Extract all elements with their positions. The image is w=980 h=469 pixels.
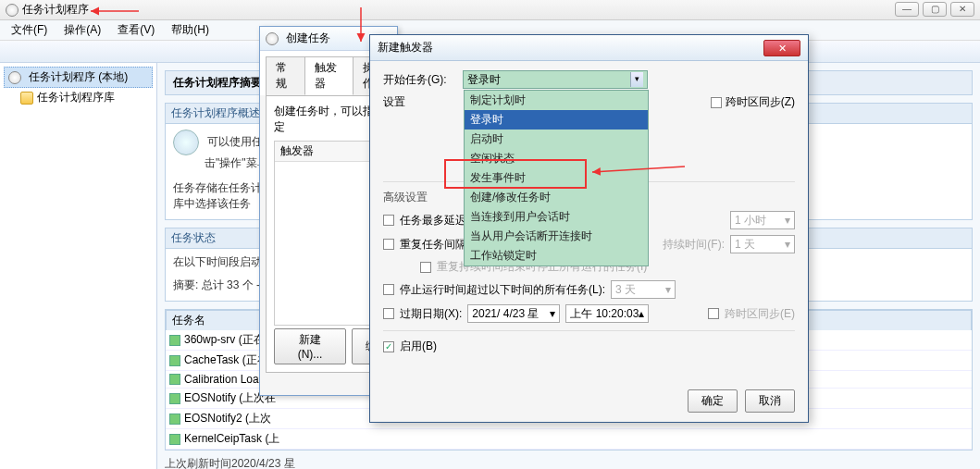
checkbox-icon[interactable] bbox=[383, 284, 394, 295]
start-task-label: 开始任务(G): bbox=[383, 72, 457, 88]
menu-file[interactable]: 文件(F) bbox=[4, 20, 55, 40]
menu-view[interactable]: 查看(V) bbox=[110, 20, 162, 40]
chevron-down-icon: ▾ bbox=[785, 214, 790, 227]
dropdown-item[interactable]: 登录时 bbox=[465, 110, 648, 130]
clock-icon bbox=[266, 32, 279, 45]
dropdown-item[interactable]: 空闲状态 bbox=[465, 149, 648, 168]
dialog-close-button[interactable]: ✕ bbox=[763, 40, 800, 56]
clock-icon bbox=[173, 130, 199, 155]
triggers-groupbox-header: 触发器 bbox=[275, 142, 382, 162]
dropdown-item[interactable]: 工作站锁定时 bbox=[465, 246, 648, 265]
clock-icon bbox=[8, 71, 21, 84]
enable-label: 启用(B) bbox=[400, 339, 437, 354]
delay-combo[interactable]: 1 小时▾ bbox=[730, 211, 795, 229]
checkbox-icon[interactable] bbox=[708, 308, 719, 319]
overview-text4: 库中选择该任务 bbox=[173, 197, 251, 210]
chevron-down-icon: ▾ bbox=[785, 238, 790, 251]
create-task-title: 创建任务 bbox=[286, 31, 330, 46]
expire-date-input[interactable]: 2021/ 4/23 星▾ bbox=[467, 304, 560, 323]
cancel-button[interactable]: 取消 bbox=[745, 389, 795, 413]
checkbox-icon[interactable] bbox=[383, 308, 394, 319]
dropdown-item[interactable]: 发生事件时 bbox=[465, 168, 648, 188]
menu-action[interactable]: 操作(A) bbox=[56, 20, 108, 40]
create-task-desc: 创建任务时，可以指定 bbox=[274, 104, 383, 135]
start-task-combo[interactable]: 登录时 ▾ 制定计划时 登录时 启动时 空闲状态 发生事件时 创建/修改任务时 … bbox=[463, 70, 648, 89]
plus-icon bbox=[169, 434, 180, 445]
plus-icon bbox=[169, 355, 180, 366]
plus-icon bbox=[169, 335, 180, 346]
duration-combo[interactable]: 1 天▾ bbox=[730, 235, 795, 253]
chevron-down-icon: ▾ bbox=[630, 72, 643, 87]
tz-sync2-label: 跨时区同步(E) bbox=[725, 306, 795, 322]
clock-app-icon bbox=[6, 4, 19, 17]
tree-library[interactable]: 任务计划程序库 bbox=[4, 88, 153, 107]
chevron-down-icon: ▾ bbox=[550, 307, 555, 320]
dropdown-item[interactable]: 制定计划时 bbox=[465, 91, 648, 110]
new-trigger-dialog: 新建触发器 ✕ 开始任务(G): 登录时 ▾ 制定计划时 登录时 启动时 空闲状… bbox=[369, 34, 809, 423]
duration-label: 持续时间(F): bbox=[663, 237, 725, 253]
enable-checkbox[interactable] bbox=[383, 341, 394, 352]
nav-tree[interactable]: 任务计划程序 (本地) 任务计划程序库 bbox=[0, 63, 157, 469]
plus-icon bbox=[169, 374, 180, 385]
tz-sync-option[interactable]: 跨时区同步(Z) bbox=[711, 94, 795, 110]
dropdown-item[interactable]: 创建/修改任务时 bbox=[465, 188, 648, 207]
start-task-dropdown[interactable]: 制定计划时 登录时 启动时 空闲状态 发生事件时 创建/修改任务时 当连接到用户… bbox=[464, 90, 649, 266]
folder-icon bbox=[20, 92, 33, 105]
tab-triggers[interactable]: 触发器 bbox=[304, 56, 354, 95]
dropdown-item[interactable]: 当连接到用户会话时 bbox=[465, 207, 648, 227]
checkbox-icon bbox=[711, 97, 722, 108]
stop-label: 停止运行时间超过以下时间的所有任务(L): bbox=[400, 282, 605, 298]
window-title: 任务计划程序 bbox=[22, 2, 89, 18]
titlebar: 任务计划程序 — ▢ ✕ bbox=[0, 0, 980, 20]
last-refresh: 上次刷新时间2020/4/23 星 bbox=[165, 456, 973, 469]
menu-help[interactable]: 帮助(H) bbox=[164, 20, 217, 40]
stop-combo[interactable]: 3 天▾ bbox=[611, 280, 676, 299]
minimize-button[interactable]: — bbox=[895, 2, 919, 17]
expire-label: 过期日期(X): bbox=[400, 306, 462, 322]
tree-root-label: 任务计划程序 (本地) bbox=[29, 69, 128, 85]
checkbox-icon[interactable] bbox=[383, 215, 394, 226]
new-trigger-button[interactable]: 新建(N)... bbox=[274, 328, 346, 364]
dropdown-item[interactable]: 启动时 bbox=[465, 130, 648, 149]
settings-label: 设置 bbox=[383, 94, 457, 110]
tab-general[interactable]: 常规 bbox=[266, 56, 305, 95]
plus-icon bbox=[169, 413, 180, 425]
combo-value: 登录时 bbox=[467, 72, 501, 88]
overview-text3: 任务存储在任务计 bbox=[173, 181, 262, 194]
checkbox-icon bbox=[420, 262, 431, 273]
tree-library-label: 任务计划程序库 bbox=[37, 90, 115, 105]
plus-icon bbox=[169, 393, 180, 404]
dropdown-item[interactable]: 当从用户会话断开连接时 bbox=[465, 227, 648, 246]
new-trigger-titlebar[interactable]: 新建触发器 ✕ bbox=[370, 35, 808, 61]
expire-time-input[interactable]: 上午 10:20:03▴ bbox=[565, 304, 649, 323]
task-row[interactable]: KernelCeipTask (上 bbox=[166, 429, 972, 450]
close-button[interactable]: ✕ bbox=[950, 2, 974, 17]
checkbox-icon[interactable] bbox=[383, 239, 394, 250]
maximize-button[interactable]: ▢ bbox=[923, 2, 947, 17]
ok-button[interactable]: 确定 bbox=[688, 389, 738, 413]
new-trigger-title: 新建触发器 bbox=[378, 40, 433, 56]
tree-root[interactable]: 任务计划程序 (本地) bbox=[4, 67, 153, 88]
spinner-icon: ▴ bbox=[639, 307, 644, 320]
chevron-down-icon: ▾ bbox=[665, 283, 671, 296]
